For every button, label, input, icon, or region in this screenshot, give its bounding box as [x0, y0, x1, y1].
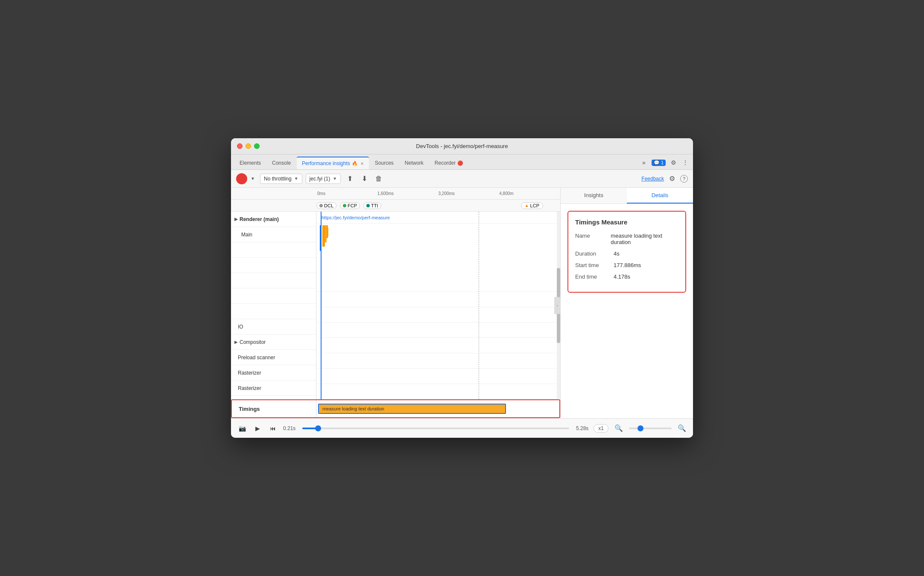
blank-track-4	[231, 288, 316, 304]
expand-panel-button[interactable]: ›	[554, 297, 560, 314]
traffic-lights	[237, 143, 260, 149]
preload-row	[316, 369, 560, 384]
tab-bar: Elements Console Performance insights 🔥 …	[231, 154, 693, 170]
blank-track-2	[231, 258, 316, 273]
dcl-badge[interactable]: DCL	[316, 202, 336, 209]
fcp-dot	[343, 204, 346, 207]
empty-row-1	[316, 292, 560, 307]
io-label: IO	[231, 319, 316, 335]
right-panel-tabs: Insights Details	[561, 188, 693, 204]
skip-to-start-button[interactable]: ⏮	[268, 423, 278, 433]
close-button[interactable]	[237, 143, 243, 149]
fcp-badge[interactable]: FCP	[340, 202, 360, 209]
play-button[interactable]: ▶	[252, 423, 263, 433]
settings-gear-icon[interactable]: ⚙	[669, 175, 675, 183]
compositor-arrow[interactable]: ▶	[234, 340, 238, 344]
toolbar: ▼ No throttling ▼ jec.fyi (1) ▼ ⬆ ⬇ 🗑 Fe…	[231, 170, 693, 188]
renderer-label: ▶ Renderer (main)	[231, 212, 316, 227]
tab-sources[interactable]: Sources	[370, 157, 399, 169]
tab-console[interactable]: Console	[267, 157, 296, 169]
download-button[interactable]: ⬇	[359, 173, 370, 184]
time-end-label: 5.28s	[576, 425, 588, 431]
settings-icon[interactable]: ⚙	[669, 158, 678, 167]
timings-row: Timings measure loading text duration	[231, 399, 560, 418]
zoom-slider[interactable]	[629, 428, 672, 429]
bottom-bar: 📷 ▶ ⏮ 0.21s 5.28s x1 🔍 🔍	[231, 418, 693, 438]
main-label: Main	[231, 227, 316, 242]
rasterizer2-label: Rasterizer	[231, 381, 316, 396]
lcp-badge[interactable]: ▲ LCP	[521, 202, 543, 209]
record-dropdown-arrow[interactable]: ▼	[249, 175, 257, 183]
timings-bar-cell: measure loading text duration	[316, 400, 559, 417]
rasterizer3-label: Rasterizer	[231, 396, 316, 399]
url-track-row: https://jec.fyi/demo/perf-measure	[316, 212, 560, 224]
speed-indicator: x1	[594, 424, 608, 433]
track-labels: ▶ Renderer (main) Main IO ▶	[231, 212, 316, 399]
timings-label: Timings	[232, 400, 316, 417]
details-card: Timings Measure Name measure loading tex…	[567, 211, 686, 293]
time-ruler-marks: 0ms 1,600ms 3,200ms 4,800m	[316, 191, 560, 196]
feedback-link[interactable]: Feedback	[641, 176, 664, 182]
dashed-line	[479, 212, 479, 399]
record-button[interactable]	[236, 173, 247, 184]
tab-elements[interactable]: Elements	[234, 157, 266, 169]
help-button[interactable]: ?	[680, 175, 688, 183]
chat-icon: 💬	[654, 160, 660, 166]
zoom-in-button[interactable]: 🔍	[677, 423, 687, 433]
tab-recorder[interactable]: Recorder 🔴	[430, 157, 468, 169]
tracks-area: ▶ Renderer (main) Main IO ▶	[231, 212, 560, 399]
title-bar: DevTools - jec.fyi/demo/perf-measure	[231, 138, 693, 154]
tti-dot	[366, 204, 370, 207]
throttling-dropdown[interactable]: No throttling ▼	[260, 174, 302, 184]
milestone-bar: DCL FCP TTI ▲ LCP	[231, 200, 560, 212]
warning-icon: ▲	[525, 203, 529, 208]
tab-insights[interactable]: Insights	[561, 188, 627, 204]
toolbar-right: Feedback ⚙ ?	[641, 175, 688, 183]
slider-thumb[interactable]	[315, 425, 321, 431]
timing-measure-bar[interactable]: measure loading text duration	[318, 404, 506, 414]
tab-close-performance[interactable]: ✕	[360, 161, 364, 166]
more-options-icon[interactable]: ⋮	[681, 158, 690, 167]
compositor-row	[316, 353, 560, 369]
more-tabs-button[interactable]: »	[640, 158, 648, 167]
tab-performance[interactable]: Performance insights 🔥 ✕	[297, 157, 369, 169]
compositor-label: ▶ Compositor	[231, 335, 316, 350]
chat-badge[interactable]: 💬 1	[652, 160, 666, 166]
devtools-window: DevTools - jec.fyi/demo/perf-measure Ele…	[231, 138, 693, 438]
detail-row-name: Name measure loading text duration	[575, 233, 678, 245]
zoom-out-button[interactable]: 🔍	[614, 423, 624, 433]
renderer-arrow[interactable]: ▶	[234, 217, 238, 221]
tab-details[interactable]: Details	[627, 188, 693, 204]
milestone-badges: DCL FCP TTI	[316, 202, 381, 209]
flame-bar-3[interactable]	[327, 225, 328, 238]
main-track-row[interactable]	[316, 224, 560, 292]
time-mark-4800: 4,800m	[499, 191, 560, 196]
expand-icon: ›	[557, 304, 558, 308]
tti-badge[interactable]: TTI	[363, 202, 381, 209]
tab-bar-right: » 💬 1 ⚙ ⋮	[640, 158, 690, 169]
delete-button[interactable]: 🗑	[373, 173, 384, 184]
dcl-dot	[319, 204, 323, 207]
detail-row-duration: Duration 4s	[575, 250, 678, 257]
tab-dropdown[interactable]: jec.fyi (1) ▼	[306, 174, 341, 184]
rasterizer1-row	[316, 384, 560, 399]
screenshot-button[interactable]: 📷	[237, 423, 247, 433]
tab-dropdown-arrow: ▼	[333, 176, 337, 181]
upload-button[interactable]: ⬆	[344, 173, 355, 184]
empty-row-2	[316, 307, 560, 323]
time-ruler: 0ms 1,600ms 3,200ms 4,800m	[231, 188, 560, 200]
time-mark-3200: 3,200ms	[439, 191, 500, 196]
time-mark-0: 0ms	[316, 191, 377, 196]
tab-network[interactable]: Network	[400, 157, 429, 169]
main-content: 0ms 1,600ms 3,200ms 4,800m	[231, 188, 693, 418]
detail-row-start: Start time 177.886ms	[575, 262, 678, 268]
preload-label: Preload scanner	[231, 350, 316, 365]
minimize-button[interactable]	[246, 143, 251, 149]
details-card-title: Timings Measure	[575, 218, 678, 226]
blank-track-1	[231, 242, 316, 258]
maximize-button[interactable]	[254, 143, 260, 149]
detail-row-end: End time 4.178s	[575, 273, 678, 280]
blank-track-5	[231, 304, 316, 319]
zoom-slider-thumb[interactable]	[637, 425, 643, 431]
timeline-slider[interactable]	[302, 428, 569, 429]
